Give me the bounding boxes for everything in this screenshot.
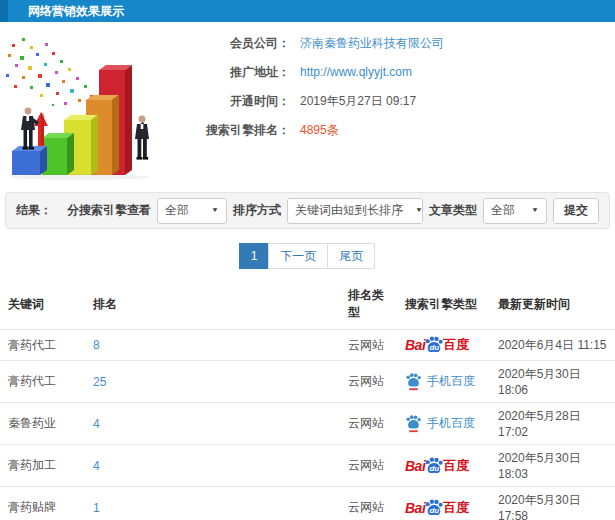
table-row: 膏药代工25云网站手机百度2020年5月30日 18:06 (0, 361, 615, 403)
bar-chart-illustration (0, 30, 172, 182)
table-row: 膏药代工8云网站Baidu百度2020年6月4日 11:15 (0, 330, 615, 361)
baidu-logo[interactable]: Baidu百度 (405, 335, 486, 355)
updated-time-text: 2020年5月30日 17:58 (498, 493, 581, 520)
updated-time-text: 2020年5月30日 18:06 (498, 367, 581, 397)
table-header-row: 关键词 排名 排名类型 搜索引擎类型 最新更新时间 (0, 279, 615, 330)
open-time-value: 2019年5月27日 09:17 (300, 94, 416, 108)
rank-type-text: 云网站 (348, 374, 384, 388)
table-row: 膏药贴牌1云网站Baidu百度2020年5月30日 17:58 (0, 487, 615, 520)
rank-type-text: 云网站 (348, 416, 384, 430)
mobile-baidu-logo[interactable]: 手机百度 (405, 372, 486, 391)
col-updated: 最新更新时间 (490, 279, 615, 330)
col-rank: 排名 (85, 279, 340, 330)
company-info-section: 会员公司： 济南秦鲁药业科技有限公司 推广地址： http://www.qlyy… (0, 22, 615, 186)
chevron-down-icon: ▼ (531, 207, 539, 214)
keyword-text: 膏药代工 (8, 338, 56, 352)
rankings-table: 关键词 排名 排名类型 搜索引擎类型 最新更新时间 膏药代工8云网站Baidu百… (0, 279, 615, 520)
table-row: 秦鲁药业4云网站手机百度2020年5月28日 17:02 (0, 403, 615, 445)
engine-filter-label: 分搜索引擎查看 (67, 202, 151, 219)
baidu-logo[interactable]: Baidu百度 (405, 498, 486, 518)
chevron-down-icon: ▼ (415, 207, 423, 214)
info-row-open-time: 开通时间： 2019年5月27日 09:17 (172, 94, 444, 108)
filter-controls: 分搜索引擎查看 全部 ▼ 排序方式 关键词由短到长排序 ▼ 文章类型 全部 ▼ … (67, 198, 599, 224)
company-info-list: 会员公司： 济南秦鲁药业科技有限公司 推广地址： http://www.qlyy… (172, 30, 444, 182)
keyword-text: 膏药贴牌 (8, 500, 56, 514)
info-row-url: 推广地址： http://www.qlyyjt.com (172, 65, 444, 79)
article-type-label: 文章类型 (429, 202, 477, 219)
keyword-text: 膏药加工 (8, 458, 56, 472)
open-time-label: 开通时间： (172, 94, 290, 108)
pagination: 1 下一页 尾页 (0, 243, 615, 269)
keyword-text: 秦鲁药业 (8, 416, 56, 430)
submit-button[interactable]: 提交 (553, 198, 599, 224)
baidu-paw-icon: du (424, 456, 444, 476)
page-1-button[interactable]: 1 (239, 243, 270, 269)
keyword-text: 膏药代工 (8, 374, 56, 388)
rank-type-text: 云网站 (348, 500, 384, 514)
company-label: 会员公司： (172, 36, 290, 50)
col-engine-type: 搜索引擎类型 (397, 279, 490, 330)
mobile-baidu-paw-icon (405, 372, 422, 391)
rank-link[interactable]: 1 (93, 501, 100, 515)
rank-count-label: 搜索引擎排名： (172, 123, 290, 137)
info-row-company: 会员公司： 济南秦鲁药业科技有限公司 (172, 36, 444, 50)
company-name-link[interactable]: 济南秦鲁药业科技有限公司 (300, 36, 444, 50)
updated-time-text: 2020年5月30日 18:03 (498, 451, 581, 481)
col-keyword: 关键词 (0, 279, 85, 330)
bar-blue (12, 146, 47, 175)
baidu-logo[interactable]: Baidu百度 (405, 456, 486, 476)
info-row-rank-count: 搜索引擎排名： 4895条 (172, 123, 444, 137)
rank-type-text: 云网站 (348, 338, 384, 352)
updated-time-text: 2020年5月28日 17:02 (498, 409, 581, 439)
rank-link[interactable]: 25 (93, 375, 106, 389)
rank-link[interactable]: 4 (93, 459, 100, 473)
last-page-button[interactable]: 尾页 (327, 243, 375, 269)
promo-url-link[interactable]: http://www.qlyyjt.com (300, 65, 412, 79)
rank-link[interactable]: 4 (93, 417, 100, 431)
rank-count-value: 4895条 (300, 123, 339, 137)
filter-bar: 结果： 分搜索引擎查看 全部 ▼ 排序方式 关键词由短到长排序 ▼ 文章类型 全… (5, 192, 610, 229)
result-label: 结果： (16, 202, 52, 219)
promo-url-label: 推广地址： (172, 65, 290, 79)
article-type-select[interactable]: 全部 ▼ (483, 198, 547, 224)
next-page-button[interactable]: 下一页 (268, 243, 328, 269)
baidu-paw-icon: du (424, 498, 444, 518)
app-header: 网络营销效果展示 (0, 0, 615, 22)
sort-filter-label: 排序方式 (233, 202, 281, 219)
rank-link[interactable]: 8 (93, 338, 100, 352)
page-title: 网络营销效果展示 (28, 3, 124, 20)
engine-select[interactable]: 全部 ▼ (157, 198, 227, 224)
mobile-baidu-paw-icon (405, 414, 422, 433)
businessman-right (135, 115, 149, 159)
baidu-paw-icon: du (424, 335, 444, 355)
businessman-left (21, 108, 39, 150)
chevron-down-icon: ▼ (211, 207, 219, 214)
rank-type-text: 云网站 (348, 458, 384, 472)
updated-time-text: 2020年6月4日 11:15 (498, 338, 607, 352)
table-row: 膏药加工4云网站Baidu百度2020年5月30日 18:03 (0, 445, 615, 487)
sort-select[interactable]: 关键词由短到长排序 ▼ (287, 198, 423, 224)
mobile-baidu-logo[interactable]: 手机百度 (405, 414, 486, 433)
col-rank-type: 排名类型 (340, 279, 397, 330)
